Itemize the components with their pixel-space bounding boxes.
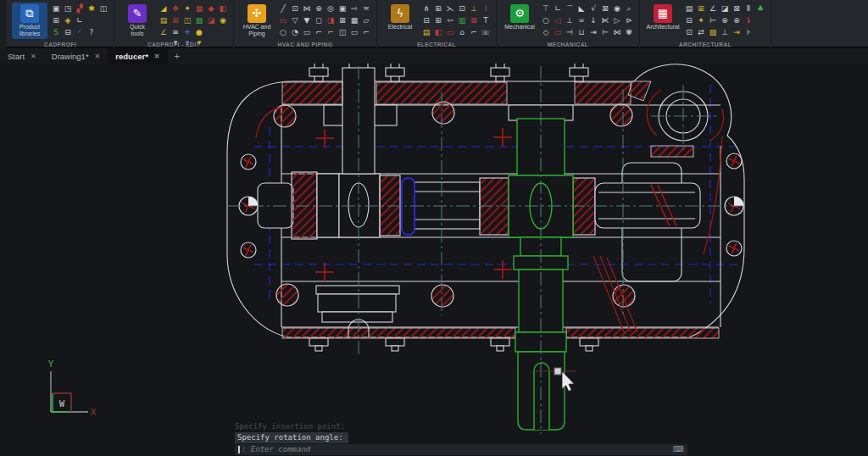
cadprofi-edit-tool-2-0[interactable]: ∠ (159, 27, 169, 37)
cadprofi-tool-0-1[interactable]: ◳ (63, 3, 73, 14)
cadprofi-tool-2-3[interactable]: ? (86, 27, 97, 37)
cadprofi-edit-tool-0-5[interactable]: ◧ (218, 3, 228, 14)
tab-close-icon[interactable]: ✕ (95, 53, 101, 60)
cadprofi-edit-tool-0-4[interactable]: ◆ (206, 3, 216, 14)
cadprofi-tool-0-4[interactable]: ◫ (98, 3, 108, 14)
mechanical-tool-0-6[interactable]: ◉ (612, 3, 622, 14)
architectural-tool-0-1[interactable]: ⊞ (696, 3, 706, 14)
hvac-and-piping-tool-2-7[interactable]: ⌐ (361, 27, 371, 37)
hvac-and-piping-tool-1-7[interactable]: ▱ (361, 15, 371, 25)
mechanical-tool-2-6[interactable]: ⋈ (612, 27, 622, 37)
tab-close-icon[interactable]: ✕ (31, 53, 36, 60)
mechanical-tool-1-2[interactable]: ⊥ (565, 15, 575, 25)
mechanical-tool-2-5[interactable]: ⊢ (600, 27, 610, 37)
mechanical-tool-0-2[interactable]: ⌒ (565, 3, 575, 14)
hvac-and-piping-tool-1-5[interactable]: ⊠ (337, 15, 348, 25)
mechanical-button[interactable]: ⚙Mechanical (502, 3, 537, 32)
hvac-and-piping-tool-2-4[interactable]: ⌐ (326, 27, 336, 37)
electrical-tool-2-1[interactable]: ◧ (433, 27, 443, 37)
cadprofi-edit-tool-2-1[interactable]: ≡ ▾ (170, 27, 181, 37)
mechanical-tool-1-3[interactable]: ∞ (576, 15, 587, 25)
keyboard-icon[interactable]: ⌨ (673, 444, 684, 455)
hvac-and-piping-tool-1-1[interactable]: ▽ (290, 15, 300, 25)
mechanical-tool-0-5[interactable]: ⊠ (600, 3, 610, 14)
command-input[interactable]: : Enter command ⌨ (235, 444, 687, 455)
mechanical-tool-2-2[interactable]: ⊣ (565, 27, 575, 37)
hvac-and-piping-tool-2-2[interactable]: ▭ (302, 27, 312, 37)
architectural-button[interactable]: ▦Architectural (645, 3, 681, 32)
hvac-and-piping-tool-0-5[interactable]: ▣ (337, 3, 348, 14)
tab-drawing1[interactable]: Drawing1*✕ (44, 48, 108, 64)
architectural-tool-1-1[interactable]: ✦ (696, 15, 706, 25)
mechanical-tool-0-3[interactable]: ◣ (576, 3, 587, 14)
architectural-tool-2-0[interactable]: ⊡ (684, 27, 694, 37)
architectural-tool-0-2[interactable]: ∠ (708, 3, 718, 14)
cadprofi-tool-2-1[interactable]: ⊟ (63, 27, 73, 37)
architectural-tool-0-4[interactable]: ⊠ (732, 3, 742, 14)
electrical-button[interactable]: ϟElectrical (382, 3, 418, 32)
hvac-and-piping-tool-0-4[interactable]: ◎ (326, 3, 336, 14)
mechanical-tool-1-7[interactable]: ⊳ (624, 15, 634, 25)
mechanical-tool-2-0[interactable]: ◇ (541, 27, 551, 37)
cadprofi-edit-tool-2-2[interactable]: ✳ ▾ (182, 27, 192, 37)
cadprofi-edit-tool-0-3[interactable]: ▦ (194, 3, 204, 14)
hvac-and-piping-tool-1-4[interactable]: ◨ (326, 15, 336, 25)
electrical-tool-1-5[interactable]: T (481, 15, 491, 25)
architectural-tool-1-5[interactable]: ℹ (743, 15, 754, 25)
drawing-canvas[interactable]: Y X W (0, 64, 868, 456)
mechanical-tool-2-1[interactable]: ▭ (553, 27, 563, 37)
architectural-tool-1-3[interactable]: ⊕ (720, 15, 730, 25)
electrical-tool-2-2[interactable]: ▭ (445, 27, 455, 37)
hvac-and-piping-tool-1-3[interactable]: ◻ (314, 15, 324, 25)
mechanical-tool-1-4[interactable]: ↓ (588, 15, 598, 25)
electrical-tool-0-0[interactable]: ⋔ (421, 3, 431, 14)
mechanical-tool-0-7[interactable]: ⌕ (624, 3, 634, 14)
hvac-and-piping-tool-0-7[interactable]: ≍ (361, 3, 371, 14)
cadprofi-edit-tool-1-2[interactable]: ◫ (182, 15, 192, 25)
cadprofi-tool-0-3[interactable]: ✱ (86, 3, 97, 14)
electrical-tool-0-1[interactable]: ⊞ (433, 3, 443, 14)
mechanical-tool-2-3[interactable]: ⊔ (576, 27, 587, 37)
mechanical-tool-0-4[interactable]: √ (588, 3, 598, 14)
cadprofi-edit-tool-1-0[interactable]: ▤ (159, 15, 169, 25)
cadprofi-tool-0-0[interactable]: ▣ (51, 3, 61, 14)
electrical-tool-1-3[interactable]: ▥ (457, 15, 467, 25)
hvac-and-piping-button[interactable]: ✣HVAC and Piping (239, 3, 275, 39)
cadprofi-tool-2-0[interactable]: S (51, 27, 61, 37)
electrical-tool-1-0[interactable]: ⊟ (421, 15, 431, 25)
architectural-tool-1-4[interactable]: ⊕ (732, 15, 742, 25)
hvac-and-piping-tool-2-3[interactable]: ⌐ (314, 27, 324, 37)
electrical-tool-1-1[interactable]: ⊞ (433, 15, 443, 25)
hvac-and-piping-tool-2-0[interactable]: ○ (278, 27, 288, 37)
product-libraries-button[interactable]: ⧉Product libraries (12, 3, 47, 39)
cadprofi-tool-1-2[interactable]: ∟ (75, 15, 85, 25)
architectural-tool-0-0[interactable]: ▤ (684, 3, 694, 14)
hvac-and-piping-tool-0-0[interactable]: ╱ (278, 3, 288, 14)
electrical-tool-1-2[interactable]: ⇦ (445, 15, 455, 25)
cadprofi-tool-1-0[interactable]: ⊞ (51, 15, 61, 25)
electrical-tool-0-5[interactable]: Ⅰ (481, 3, 491, 14)
cadprofi-edit-tool-1-4[interactable]: ◪ (206, 15, 216, 25)
electrical-tool-1-4[interactable]: ⊠ (469, 15, 479, 25)
mechanical-tool-0-0[interactable]: ⊤ (541, 3, 551, 14)
mechanical-tool-1-5[interactable]: ⋉ (600, 15, 610, 25)
cadprofi-edit-tool-0-2[interactable]: ✦ (182, 3, 192, 14)
hvac-and-piping-tool-1-2[interactable]: ▼ (302, 15, 312, 25)
hvac-and-piping-tool-0-6[interactable]: ⇨ (349, 3, 359, 14)
electrical-tool-2-4[interactable]: ⌐ (469, 27, 479, 37)
hvac-and-piping-tool-0-1[interactable]: ⊡ (290, 3, 300, 14)
electrical-tool-0-3[interactable]: ⊡ (457, 3, 467, 14)
electrical-tool-2-3[interactable]: ⌂ (457, 27, 467, 37)
mechanical-tool-1-0[interactable]: ○ (541, 15, 551, 25)
architectural-tool-0-3[interactable]: ◪ (720, 3, 730, 14)
architectural-tool-2-5[interactable]: ⊦ (743, 27, 754, 37)
tab-reducer[interactable]: reducer*✕ (108, 48, 167, 64)
mechanical-tool-2-7[interactable]: ✾ (624, 27, 634, 37)
cadprofi-edit-tool-0-1[interactable]: ✥ (170, 3, 181, 14)
mechanical-tool-0-1[interactable]: ∟ (553, 3, 563, 14)
quick-tools-button[interactable]: ✎Quick tools (120, 3, 155, 39)
grip-point[interactable] (554, 368, 561, 375)
architectural-tool-1-2[interactable]: ⊢ (708, 15, 718, 25)
cadprofi-tool-0-2[interactable]: ▞ (75, 3, 85, 14)
hvac-and-piping-tool-2-1[interactable]: ◔ (290, 27, 300, 37)
